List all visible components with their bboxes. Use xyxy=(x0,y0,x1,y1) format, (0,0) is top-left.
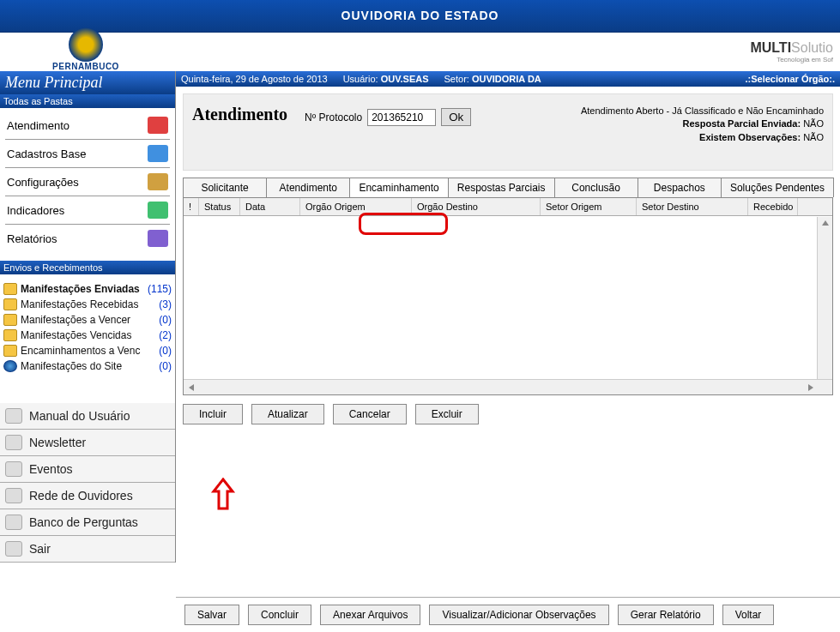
status-line-2: Resposta Parcial Enviada: NÃO xyxy=(581,117,824,130)
excluir-button[interactable]: Excluir xyxy=(415,404,479,424)
folder-item-cadastros-base[interactable]: Cadastros Base xyxy=(5,140,170,168)
folder-label: Atendimento xyxy=(7,119,69,132)
col-header[interactable]: Orgão Destino xyxy=(412,198,541,215)
bottom-link-label: Sair xyxy=(29,542,51,556)
atualizar-button[interactable]: Atualizar xyxy=(251,404,324,424)
bottom-link-label: Newsletter xyxy=(29,436,86,449)
col-header[interactable]: Data xyxy=(240,198,300,215)
folder-label: Indicadores xyxy=(7,204,64,217)
folder-icon xyxy=(148,230,168,247)
folder-mini-icon xyxy=(3,329,17,341)
envios-item[interactable]: Encaminhamentos a Venc(0) xyxy=(3,343,172,358)
crest-label: PERNAMBUCO xyxy=(0,62,172,71)
salvar-button[interactable]: Salvar xyxy=(184,605,239,625)
folder-item-relat-rios[interactable]: Relatórios xyxy=(5,225,170,252)
anexar-arquivos-button[interactable]: Anexar Arquivos xyxy=(320,605,420,625)
bottom-link-banco-de-perguntas[interactable]: Banco de Perguntas xyxy=(0,509,175,536)
network-icon xyxy=(5,488,22,503)
table-header: !StatusDataOrgão OrigemOrgão DestinoSeto… xyxy=(184,198,832,216)
envios-label: Manifestações a Vencer xyxy=(21,314,157,326)
footer-button-bar: SalvarConcluirAnexar ArquivosVisualizar/… xyxy=(176,597,840,632)
tab-conclus-o[interactable]: Conclusão xyxy=(554,178,638,197)
main-column: Quinta-feira, 29 de Agosto de 2013 Usuár… xyxy=(176,71,840,563)
sidebar-section-folders: Todas as Pastas xyxy=(0,94,175,108)
tabs-row: SolicitanteAtendimentoEncaminhamentoResp… xyxy=(183,178,833,198)
envios-item[interactable]: Manifestações Recebidas(3) xyxy=(3,297,172,312)
folder-mini-icon xyxy=(3,298,17,310)
col-header[interactable]: Setor Origem xyxy=(541,198,637,215)
envelope-icon xyxy=(5,435,22,450)
tab-encaminhamento[interactable]: Encaminhamento xyxy=(349,178,448,197)
tab-solu-es-pendentes[interactable]: Soluções Pendentes xyxy=(721,178,834,197)
scrollbar-vertical[interactable] xyxy=(817,217,832,379)
visualizar-adicionar-observa-es-button[interactable]: Visualizar/Adicionar Observações xyxy=(429,605,608,625)
envios-item[interactable]: Manifestações Enviadas(115) xyxy=(3,281,172,297)
ok-button[interactable]: Ok xyxy=(441,108,471,126)
envios-count: (115) xyxy=(148,283,172,295)
calendar-icon xyxy=(5,461,22,477)
infobar-setor: Setor: OUVIDORIA DA xyxy=(444,74,541,84)
bottom-link-rede-de-ouvidores[interactable]: Rede de Ouvidores xyxy=(0,483,175,509)
brand-sub: Tecnologia em Sof xyxy=(750,56,833,63)
folder-label: Relatórios xyxy=(7,232,57,245)
bottom-link-eventos[interactable]: Eventos xyxy=(0,456,175,483)
envios-count: (3) xyxy=(159,298,172,310)
status-line-1: Atendimento Aberto - Já Classificado e N… xyxy=(581,105,824,117)
bottom-link-newsletter[interactable]: Newsletter xyxy=(0,430,175,456)
bottom-link-label: Banco de Perguntas xyxy=(29,515,138,529)
envios-count: (0) xyxy=(159,314,172,326)
envios-label: Manifestações Enviadas xyxy=(21,283,146,295)
folder-icon xyxy=(148,145,168,162)
sidebar-title: Menu Principal xyxy=(0,71,175,94)
envios-item[interactable]: Manifestações do Site(0) xyxy=(3,358,172,374)
protocol-block: Nº Protocolo Ok xyxy=(305,108,471,126)
folder-icon xyxy=(148,173,168,190)
envios-count: (0) xyxy=(159,345,172,357)
app-title: OUVIDORIA DO ESTADO xyxy=(341,9,499,22)
protocol-input[interactable] xyxy=(367,109,436,126)
heading-panel: Atendimento Nº Protocolo Ok Atendimento … xyxy=(183,93,833,171)
folder-item-atendimento[interactable]: Atendimento xyxy=(5,111,170,140)
tab-atendimento[interactable]: Atendimento xyxy=(266,178,350,197)
voltar-button[interactable]: Voltar xyxy=(722,605,775,625)
envios-label: Encaminhamentos a Venc xyxy=(21,345,157,357)
tab-despachos[interactable]: Despachos xyxy=(638,178,722,197)
col-header[interactable]: Recebido xyxy=(748,198,798,215)
bottom-link-label: Manual do Usuário xyxy=(29,409,130,423)
cancelar-button[interactable]: Cancelar xyxy=(333,404,407,424)
folder-mini-icon xyxy=(3,283,17,295)
envios-count: (2) xyxy=(159,329,172,341)
question-icon xyxy=(5,515,22,530)
tab-respostas-parciais[interactable]: Respostas Parciais xyxy=(448,178,555,197)
page-title: Atendimento xyxy=(192,105,287,124)
protocol-label: Nº Protocolo xyxy=(305,111,362,123)
bottom-link-sair[interactable]: Sair xyxy=(0,536,175,563)
gerar-relat-rio-button[interactable]: Gerar Relatório xyxy=(618,605,714,625)
col-header[interactable]: ! xyxy=(184,198,199,215)
envios-label: Manifestações do Site xyxy=(21,360,157,372)
scrollbar-horizontal[interactable] xyxy=(184,379,832,394)
folder-mini-icon xyxy=(3,314,17,326)
col-header[interactable]: Orgão Origem xyxy=(300,198,412,215)
folder-icon xyxy=(148,117,168,134)
tab-solicitante[interactable]: Solicitante xyxy=(183,178,267,197)
state-crest: PERNAMBUCO GOVERNO DO ESTADO xyxy=(0,27,172,76)
bottom-link-manual-do-usu-rio[interactable]: Manual do Usuário xyxy=(0,403,175,430)
header-strip: PERNAMBUCO GOVERNO DO ESTADO MULTISoluti… xyxy=(0,33,840,71)
info-bar: Quinta-feira, 29 de Agosto de 2013 Usuár… xyxy=(176,71,840,87)
folder-mini-icon xyxy=(3,345,17,357)
folder-item-configura-es[interactable]: Configurações xyxy=(5,168,170,196)
col-header[interactable]: Status xyxy=(199,198,240,215)
envios-label: Manifestações Vencidas xyxy=(21,329,157,341)
incluir-button[interactable]: Incluir xyxy=(183,404,243,424)
col-header[interactable]: Setor Destino xyxy=(637,198,748,215)
concluir-button[interactable]: Concluir xyxy=(248,605,311,625)
orgao-selector[interactable]: .:Selecionar Órgão:. xyxy=(745,74,835,84)
envios-item[interactable]: Manifestações a Vencer(0) xyxy=(3,312,172,328)
folder-item-indicadores[interactable]: Indicadores xyxy=(5,196,170,225)
infobar-user: Usuário: OUV.SEAS xyxy=(343,74,429,84)
action-button-row: IncluirAtualizarCancelarExcluir xyxy=(183,404,833,424)
envios-item[interactable]: Manifestações Vencidas(2) xyxy=(3,328,172,343)
book-icon xyxy=(5,408,22,424)
envios-count: (0) xyxy=(159,360,172,372)
